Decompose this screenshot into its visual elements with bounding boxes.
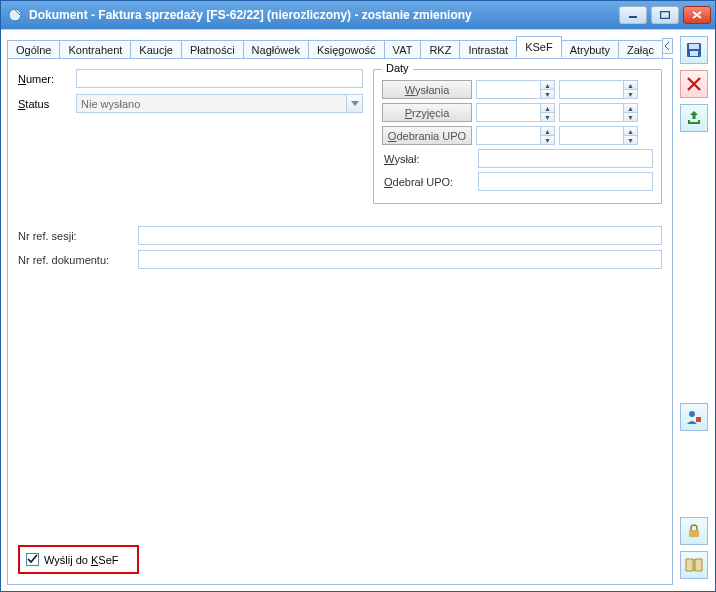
minimize-button[interactable] [619, 6, 647, 24]
numer-label: Numer: [18, 73, 76, 85]
tab-atrybuty[interactable]: Atrybuty [561, 40, 619, 59]
svg-rect-1 [629, 16, 637, 18]
odebrania-time-down[interactable]: ▼ [624, 135, 637, 144]
send-ksef-checkbox[interactable] [26, 553, 39, 566]
tab-ksef[interactable]: KSeF [516, 36, 562, 58]
ref-sesji-input[interactable] [138, 226, 662, 245]
svg-rect-4 [689, 44, 699, 49]
export-button[interactable] [680, 104, 708, 132]
svg-rect-7 [696, 417, 701, 422]
daty-group: Daty Wysłania ▲▼ ▲▼ Przyjęcia ▲▼ ▲▼ [373, 69, 662, 204]
przyjecia-date[interactable] [476, 103, 540, 122]
maximize-button[interactable] [651, 6, 679, 24]
tab-rkz[interactable]: RKZ [420, 40, 460, 59]
wyslania-date[interactable] [476, 80, 540, 99]
przyjecia-time-down[interactable]: ▼ [624, 112, 637, 121]
tab-ksiegowosc[interactable]: Księgowość [308, 40, 385, 59]
wyslania-time-down[interactable]: ▼ [624, 89, 637, 98]
odebrania-date[interactable] [476, 126, 540, 145]
przyjecia-time-up[interactable]: ▲ [624, 104, 637, 112]
numer-input[interactable] [76, 69, 363, 88]
book-button[interactable] [680, 551, 708, 579]
wyslania-time-up[interactable]: ▲ [624, 81, 637, 89]
wyslania-time[interactable] [559, 80, 623, 99]
status-combo[interactable] [76, 94, 346, 113]
tab-intrastat[interactable]: Intrastat [459, 40, 517, 59]
wyslania-button[interactable]: Wysłania [382, 80, 472, 99]
daty-group-title: Daty [382, 62, 413, 74]
close-button[interactable] [683, 6, 711, 24]
save-button[interactable] [680, 36, 708, 64]
svg-rect-8 [689, 530, 699, 537]
przyjecia-button[interactable]: Przyjęcia [382, 103, 472, 122]
wyslania-date-down[interactable]: ▼ [541, 89, 554, 98]
odebral-upo-label: Odebrał UPO: [382, 172, 474, 191]
tab-naglowek[interactable]: Nagłówek [243, 40, 309, 59]
tab-scroll-left[interactable] [662, 38, 673, 54]
send-ksef-highlight: Wyślij do KSeF [18, 545, 139, 574]
odebrania-upo-button[interactable]: Odebrania UPO [382, 126, 472, 145]
svg-point-0 [9, 9, 21, 21]
titlebar: Dokument - Faktura sprzedaży [FS-62/22] … [1, 1, 715, 29]
wyslania-date-up[interactable]: ▲ [541, 81, 554, 89]
tabpage-ksef: Numer: Status [7, 59, 673, 585]
ref-sesji-label: Nr ref. sesji: [18, 230, 138, 242]
przyjecia-date-down[interactable]: ▼ [541, 112, 554, 121]
svg-rect-5 [690, 51, 698, 56]
odebrania-date-up[interactable]: ▲ [541, 127, 554, 135]
window-frame: Dokument - Faktura sprzedaży [FS-62/22] … [0, 0, 716, 592]
svg-point-6 [689, 411, 695, 417]
odebrania-time-up[interactable]: ▲ [624, 127, 637, 135]
app-icon [7, 7, 23, 23]
status-label: Status [18, 98, 76, 110]
wyslal-label: Wysłał: [382, 149, 474, 168]
tab-zalaczniki[interactable]: Załąc [618, 40, 663, 59]
tab-vat[interactable]: VAT [384, 40, 422, 59]
tab-platnosci[interactable]: Płatności [181, 40, 244, 59]
wyslal-input[interactable] [478, 149, 653, 168]
tab-kaucje[interactable]: Kaucje [130, 40, 182, 59]
odebral-upo-input[interactable] [478, 172, 653, 191]
ref-dokumentu-label: Nr ref. dokumentu: [18, 254, 138, 266]
side-toolbar [677, 36, 711, 585]
window-title: Dokument - Faktura sprzedaży [FS-62/22] … [29, 8, 619, 22]
tab-ogolne[interactable]: Ogólne [7, 40, 60, 59]
przyjecia-time[interactable] [559, 103, 623, 122]
user-button[interactable] [680, 403, 708, 431]
lock-button[interactable] [680, 517, 708, 545]
svg-rect-2 [661, 12, 670, 19]
delete-button[interactable] [680, 70, 708, 98]
przyjecia-date-up[interactable]: ▲ [541, 104, 554, 112]
status-combo-dropdown[interactable] [346, 94, 363, 113]
tab-kontrahent[interactable]: Kontrahent [59, 40, 131, 59]
tabstrip: Ogólne Kontrahent Kaucje Płatności Nagłó… [7, 36, 673, 59]
odebrania-time[interactable] [559, 126, 623, 145]
odebrania-date-down[interactable]: ▼ [541, 135, 554, 144]
send-ksef-label: Wyślij do KSeF [44, 554, 119, 566]
ref-dokumentu-input[interactable] [138, 250, 662, 269]
